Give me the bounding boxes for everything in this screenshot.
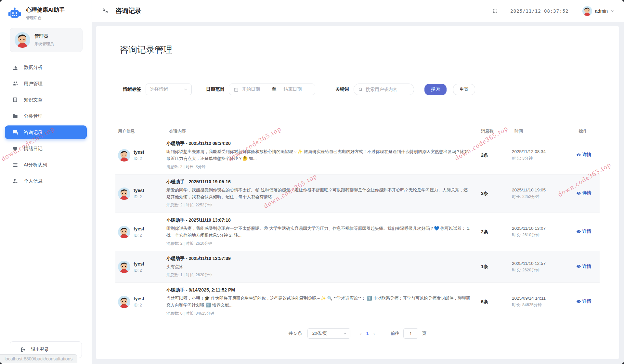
list-icon xyxy=(12,162,19,168)
next-page-button[interactable]: › xyxy=(373,331,375,336)
fullscreen-icon[interactable] xyxy=(492,8,498,14)
sidebar-item-label: 分类管理 xyxy=(24,113,43,119)
users-icon xyxy=(12,80,19,87)
table-row: tyest ID: 2 小暖助手 - 2025/11/10 19:05:16 亲… xyxy=(115,175,600,213)
robot-logo-icon xyxy=(7,6,22,21)
sidebar-item-ai-queue[interactable]: AI分析队列 xyxy=(5,158,87,172)
pagination: 共 5 条 20条/页 ‹ 1 › 前往 页 xyxy=(96,328,619,339)
col-conversation: 会话内容 xyxy=(166,128,478,134)
user-id: ID: 2 xyxy=(134,268,144,273)
detail-label: 详情 xyxy=(582,190,591,196)
sidebar-item-consultations[interactable]: 咨询记录 xyxy=(5,125,87,139)
page-header-title: 咨询记录 xyxy=(115,6,141,15)
sidebar-item-label: 个人信息 xyxy=(24,178,43,184)
conversation-title: 小暖助手 - 2025/11/10 13:07:18 xyxy=(166,217,478,223)
conversation-title: 小暖助手 - 2025/11/10 19:05:16 xyxy=(166,179,478,185)
sidebar-item-label: 用户管理 xyxy=(24,81,43,87)
page-suffix: 页 xyxy=(422,331,427,336)
avatar xyxy=(118,188,130,200)
prev-page-button[interactable]: ‹ xyxy=(360,331,362,336)
keyword-input[interactable] xyxy=(366,87,408,92)
detail-label: 详情 xyxy=(582,298,591,304)
user-id: ID: 2 xyxy=(134,195,144,199)
detail-label: 详情 xyxy=(582,228,591,234)
user-name: tyest xyxy=(134,150,144,155)
time-value: 2025/11/10 12:57 xyxy=(512,261,576,266)
detail-link[interactable]: 详情 xyxy=(576,152,591,158)
avatar xyxy=(582,6,592,16)
table-row: tyest ID: 2 小暖助手 - 2025/11/10 12:57:39 头… xyxy=(115,251,600,283)
app-logo: 心理健康AI助手 管理后台 xyxy=(0,0,92,25)
emotion-filter-label: 情绪标签 xyxy=(123,86,141,92)
conversation-preview: 当然可以呀，小明！🎓 作为即将开启研究生生涯的你，这些建议或许能帮到你呢～✨ 🔍… xyxy=(166,295,472,308)
profile-card: 管理员 系统管理员 xyxy=(10,28,83,52)
user-id: ID: 2 xyxy=(134,233,144,238)
detail-link[interactable]: 详情 xyxy=(576,298,591,304)
avatar xyxy=(118,226,130,238)
conversation-meta: 消息数: 2 | 时长: 2610分钟 xyxy=(166,241,478,246)
detail-link[interactable]: 详情 xyxy=(576,228,591,234)
user-name: tyest xyxy=(134,226,144,231)
duration-value: 时长: 2252分钟 xyxy=(512,194,576,200)
sidebar-item-mood-diary[interactable]: 情绪日记 xyxy=(5,142,87,155)
start-date-placeholder: 开始日期 xyxy=(242,86,269,92)
search-icon xyxy=(358,87,363,92)
table-row: tyest ID: 2 小暖助手 - 2025/11/12 08:34:20 听… xyxy=(115,136,600,175)
duration-value: 时长: 3分钟 xyxy=(512,156,576,161)
collapse-sidebar-icon[interactable] xyxy=(103,8,108,14)
heart-icon xyxy=(12,145,19,152)
app-title: 心理健康AI助手 xyxy=(26,6,65,14)
main-content: 咨询记录管理 情绪标签 选择情绪 日期范围 开始日期 至 结束日期 关键词 xyxy=(96,26,619,359)
detail-label: 详情 xyxy=(582,152,591,158)
detail-link[interactable]: 详情 xyxy=(576,264,591,269)
calendar-icon xyxy=(234,87,239,92)
date-separator: 至 xyxy=(272,86,277,92)
detail-link[interactable]: 详情 xyxy=(576,190,591,196)
time-value: 2025/09/14 14:11 xyxy=(512,296,576,301)
sidebar-item-label: 咨询记录 xyxy=(24,129,43,136)
header-clock: 2025/11/12 08:37:52 xyxy=(510,8,568,14)
goto-page-input[interactable] xyxy=(403,328,418,339)
app-subtitle: 管理后台 xyxy=(26,15,65,21)
emotion-select[interactable]: 选择情绪 xyxy=(146,84,192,95)
user-name: tyest xyxy=(134,261,144,266)
table-header: 用户信息 会话内容 消息数 时间 操作 xyxy=(115,126,600,136)
sidebar-item-user-management[interactable]: 用户管理 xyxy=(5,77,87,90)
avatar xyxy=(118,261,130,273)
sidebar-item-label: 情绪日记 xyxy=(24,146,43,152)
status-url: localhost:8800/back/consultations xyxy=(5,356,72,361)
total-count: 共 5 条 xyxy=(289,331,302,336)
table-body: tyest ID: 2 小暖助手 - 2025/11/12 08:34:20 听… xyxy=(115,136,600,321)
sidebar-item-label: 知识文章 xyxy=(24,97,43,103)
eye-icon xyxy=(576,229,581,234)
app-window: 心理健康AI助手 管理后台 管理员 系统管理员 数据分析 用户管理 知识文章 分… xyxy=(0,0,624,364)
conversation-preview: 亲爱的同学，我能感受到你现在的心情不太好。😔 这种低落的感觉一定让你很不舒服吧？… xyxy=(166,187,472,200)
user-gear-icon xyxy=(12,178,19,184)
eye-icon xyxy=(576,152,581,157)
current-page[interactable]: 1 xyxy=(366,331,369,336)
reset-button[interactable]: 重置 xyxy=(453,84,475,95)
date-filter-label: 日期范围 xyxy=(206,86,224,92)
conversation-meta: 消息数: 1 | 时长: 2620分钟 xyxy=(166,272,478,278)
sidebar-item-label: AI分析队列 xyxy=(24,162,47,168)
keyword-search-box xyxy=(354,84,414,95)
conversation-preview: 听到你说头疼，我能感受到你现在一定不太舒服呢。😣 大学生活确实容易因为学习压力、… xyxy=(166,225,472,239)
end-date-placeholder: 结束日期 xyxy=(280,86,311,92)
filter-bar: 情绪标签 选择情绪 日期范围 开始日期 至 结束日期 关键词 搜索 xyxy=(123,84,619,95)
conversation-preview: 头有点疼 xyxy=(166,263,472,270)
sidebar-item-data-analysis[interactable]: 数据分析 xyxy=(5,60,87,74)
avatar xyxy=(15,32,30,48)
avatar xyxy=(118,149,130,162)
user-id: ID: 2 xyxy=(134,156,144,161)
time-value: 2025/11/10 19:05 xyxy=(512,188,576,192)
user-menu[interactable]: admin xyxy=(582,6,615,16)
sidebar-item-articles[interactable]: 知识文章 xyxy=(5,93,87,107)
sidebar-item-profile[interactable]: 个人信息 xyxy=(5,174,87,188)
sidebar-item-categories[interactable]: 分类管理 xyxy=(5,109,87,123)
date-range-picker[interactable]: 开始日期 至 结束日期 xyxy=(229,84,315,95)
profile-name: 管理员 xyxy=(34,33,54,39)
time-value: 2025/11/10 13:07 xyxy=(512,226,576,231)
search-button[interactable]: 搜索 xyxy=(424,84,447,95)
page-size-select[interactable]: 20条/页 xyxy=(307,328,350,339)
sidebar-nav: 数据分析 用户管理 知识文章 分类管理 咨询记录 情绪日记 AI分析队列 个人信… xyxy=(0,60,92,188)
